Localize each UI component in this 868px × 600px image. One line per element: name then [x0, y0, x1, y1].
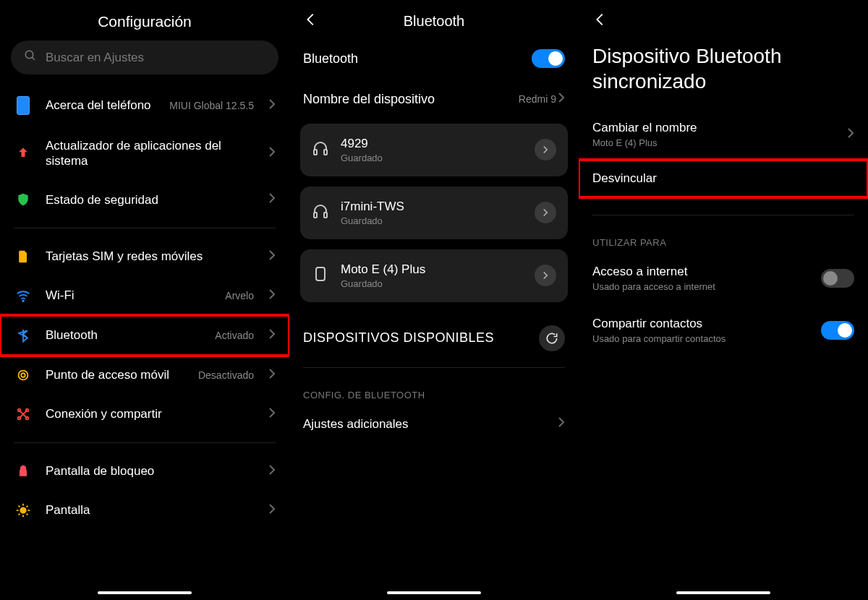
- row-internet-access[interactable]: Acceso a internet Usado para acceso a in…: [590, 252, 857, 305]
- row-bluetooth[interactable]: Bluetooth Activado: [0, 315, 289, 356]
- headphones-icon: [312, 202, 329, 223]
- row-connection-share[interactable]: Conexión y compartir: [11, 395, 278, 434]
- row-value: Moto E (4) Plus: [592, 137, 847, 149]
- row-value: Activado: [215, 330, 254, 341]
- bluetooth-config-header: CONFIG. DE BLUETOOTH: [300, 377, 568, 405]
- row-value: MIUI Global 12.5.5: [169, 100, 254, 111]
- divider: [14, 442, 276, 443]
- row-device-name[interactable]: Nombre del dispositivo Redmi 9: [300, 80, 568, 119]
- row-label: Acceso a internet: [592, 264, 821, 279]
- svg-rect-20: [324, 213, 327, 218]
- back-button[interactable]: [592, 12, 608, 30]
- row-wifi[interactable]: Wi-Fi Arvelo: [11, 276, 278, 315]
- chevron-right-icon: [268, 328, 276, 343]
- row-share-contacts[interactable]: Compartir contactos Usado para compartir…: [590, 304, 857, 357]
- row-value: Redmi 9: [519, 93, 556, 105]
- divider: [14, 228, 276, 228]
- device-status: Guardado: [341, 153, 523, 163]
- home-indicator[interactable]: [676, 591, 770, 594]
- bluetooth-panel: Bluetooth Bluetooth Nombre del dispositi…: [289, 0, 579, 600]
- search-placeholder: Buscar en Ajustes: [46, 51, 144, 65]
- hotspot-icon: [14, 367, 33, 383]
- device-details-button[interactable]: [535, 265, 556, 286]
- svg-rect-17: [314, 150, 317, 155]
- svg-rect-18: [324, 150, 327, 155]
- row-label: Acerca del teléfono: [46, 98, 156, 113]
- row-label: Estado de seguridad: [46, 192, 255, 207]
- device-name: Moto E (4) Plus: [341, 262, 523, 277]
- chevron-right-icon: [268, 464, 276, 479]
- sim-icon: [14, 249, 33, 265]
- row-unpair[interactable]: Desvincular: [579, 160, 868, 197]
- section-title: DISPOSITIVOS DISPONIBLES: [303, 330, 494, 346]
- chevron-right-icon: [268, 288, 276, 303]
- search-input[interactable]: Buscar en Ajustes: [11, 40, 278, 74]
- chevron-right-icon: [268, 192, 276, 207]
- row-display[interactable]: Pantalla: [11, 491, 278, 530]
- paired-device[interactable]: i7mini-TWS Guardado: [300, 187, 568, 239]
- chevron-right-icon: [558, 92, 565, 106]
- row-label: Punto de acceso móvil: [46, 367, 185, 382]
- bluetooth-icon: [14, 327, 33, 344]
- divider: [592, 215, 854, 215]
- use-for-header: UTILIZAR PARA: [590, 224, 857, 252]
- page-title: Bluetooth: [303, 13, 565, 30]
- brightness-icon: [14, 502, 33, 518]
- row-label: Tarjetas SIM y redes móviles: [46, 249, 255, 264]
- internet-toggle[interactable]: [821, 269, 854, 288]
- phone-icon: [14, 96, 33, 115]
- device-details-button[interactable]: [535, 139, 556, 160]
- chevron-right-icon: [268, 146, 276, 160]
- chevron-right-icon: [847, 127, 854, 142]
- row-lockscreen[interactable]: Pantalla de bloqueo: [11, 452, 278, 491]
- lock-icon: [14, 463, 33, 479]
- row-label: Cambiar el nombre: [592, 120, 847, 135]
- svg-line-13: [19, 505, 20, 507]
- settings-panel: Configuración Buscar en Ajustes Acerca d…: [0, 0, 289, 600]
- shield-icon: [14, 192, 33, 207]
- header: [590, 0, 857, 38]
- row-sim-networks[interactable]: Tarjetas SIM y redes móviles: [11, 237, 278, 276]
- home-indicator[interactable]: [387, 591, 481, 594]
- share-icon: [14, 406, 33, 422]
- row-about-phone[interactable]: Acerca del teléfono MIUI Global 12.5.5: [11, 85, 278, 127]
- row-sub: Usado para acceso a internet: [592, 281, 821, 293]
- row-label: Bluetooth: [303, 51, 532, 67]
- row-label: Wi-Fi: [46, 288, 212, 303]
- paired-device[interactable]: Moto E (4) Plus Guardado: [300, 249, 568, 302]
- row-label: Ajustes adicionales: [303, 416, 558, 432]
- contacts-toggle[interactable]: [821, 321, 854, 340]
- bluetooth-toggle[interactable]: [532, 49, 565, 68]
- chevron-right-icon: [558, 416, 565, 431]
- row-security-status[interactable]: Estado de seguridad: [11, 181, 278, 219]
- device-status: Guardado: [341, 215, 523, 226]
- svg-point-0: [25, 51, 33, 59]
- svg-line-1: [32, 57, 35, 60]
- svg-rect-21: [316, 267, 325, 280]
- refresh-button[interactable]: [539, 325, 565, 351]
- svg-line-14: [27, 513, 28, 515]
- paired-device[interactable]: 4929 Guardado: [300, 124, 568, 176]
- row-rename[interactable]: Cambiar el nombre Moto E (4) Plus: [590, 108, 857, 157]
- chevron-right-icon: [268, 249, 276, 264]
- row-system-updater[interactable]: Actualizador de aplicaciones del sistema: [11, 127, 278, 181]
- svg-point-3: [21, 373, 25, 377]
- arrow-up-icon: [14, 146, 33, 160]
- phone-outline-icon: [312, 265, 329, 286]
- row-label: Nombre del dispositivo: [303, 91, 519, 108]
- home-indicator[interactable]: [98, 591, 192, 594]
- svg-point-2: [22, 300, 24, 301]
- svg-rect-19: [314, 213, 317, 218]
- row-additional-settings[interactable]: Ajustes adicionales: [300, 405, 568, 443]
- device-detail-panel: Dispositivo Bluetooth sincronizado Cambi…: [579, 0, 868, 600]
- page-title: Dispositivo Bluetooth sincronizado: [590, 38, 857, 108]
- svg-point-8: [20, 507, 25, 513]
- device-name: 4929: [341, 137, 523, 151]
- chevron-right-icon: [268, 503, 276, 518]
- device-details-button[interactable]: [535, 202, 556, 223]
- row-value: Desactivado: [198, 369, 254, 381]
- row-bluetooth-toggle[interactable]: Bluetooth: [300, 38, 568, 80]
- row-label: Conexión y compartir: [46, 406, 255, 421]
- row-hotspot[interactable]: Punto de acceso móvil Desactivado: [11, 356, 278, 395]
- search-icon: [24, 49, 37, 66]
